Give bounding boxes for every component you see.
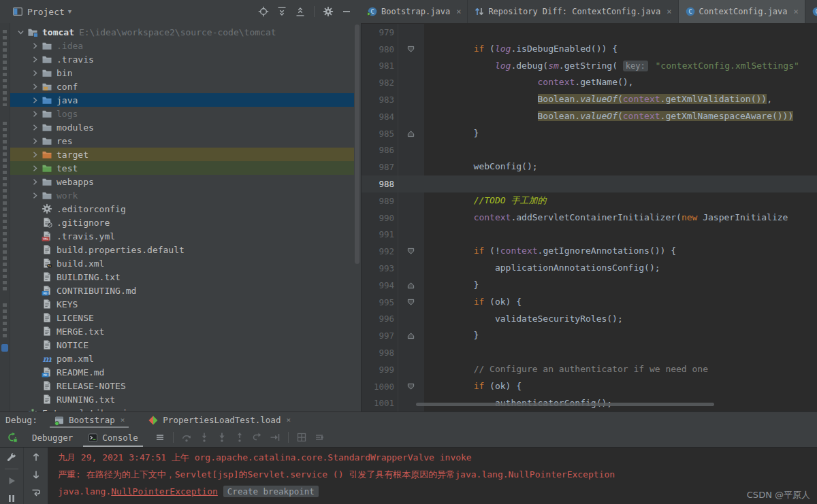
editor-tab-f[interactable]: CF	[805, 0, 817, 23]
tree-item-running-txt[interactable]: RUNNING.txt	[10, 392, 354, 406]
close-tab-icon[interactable]: ×	[121, 416, 125, 424]
force-step-into-icon[interactable]	[216, 431, 228, 443]
tree-item-java[interactable]: java	[10, 93, 354, 107]
line-number[interactable]: 989	[362, 192, 398, 209]
tree-item-building-txt[interactable]: BUILDING.txt	[10, 270, 354, 284]
tree-item-readme-md[interactable]: MDREADME.md	[10, 365, 354, 379]
step-out-icon[interactable]	[234, 431, 246, 443]
code-text[interactable]	[424, 226, 431, 243]
tree-item-tomcat[interactable]: tomcatE:\idea\workspace2\source-code\tom…	[10, 25, 354, 39]
line-number[interactable]: 979	[362, 24, 398, 41]
line-number[interactable]: 981	[362, 58, 398, 75]
pause-icon[interactable]	[5, 492, 18, 504]
code-text[interactable]: Boolean.valueOf(context.getXmlValidation…	[424, 91, 772, 108]
code-text[interactable]: if (!context.getIgnoreAnnotations()) {	[424, 243, 676, 260]
code-text[interactable]: context.getName(),	[424, 74, 633, 91]
close-tab-icon[interactable]: ×	[456, 7, 461, 16]
wrench-icon[interactable]	[5, 451, 18, 463]
chevron-down-icon[interactable]: ▼	[68, 8, 71, 15]
tree-item-notice[interactable]: NOTICE	[10, 338, 354, 352]
chevron-down-icon[interactable]	[14, 28, 27, 37]
chevron-right-icon[interactable]	[29, 191, 42, 200]
fold-close-icon[interactable]	[398, 125, 423, 142]
arrow-down-icon[interactable]	[30, 469, 42, 481]
line-number[interactable]: 986	[362, 142, 398, 159]
console-output[interactable]: 九月 29, 2021 3:47:51 上午 org.apache.catali…	[48, 448, 817, 504]
debug-run-tab-bootstrap[interactable]: Bootstrap×	[48, 412, 130, 428]
tree-item-conf[interactable]: conf	[10, 80, 354, 93]
code-text[interactable]: webConfig();	[424, 158, 538, 175]
tree-item-external-libraries[interactable]: External Libraries	[10, 406, 354, 411]
resume-icon[interactable]	[5, 475, 18, 487]
tree-item-webapps[interactable]: webapps	[10, 175, 354, 188]
chevron-right-icon[interactable]	[29, 123, 42, 132]
line-number[interactable]: 988	[362, 175, 398, 192]
fold-open-icon[interactable]	[398, 243, 423, 260]
rerun-button[interactable]	[6, 431, 18, 443]
arrow-up-icon[interactable]	[30, 451, 42, 463]
code-text[interactable]	[424, 344, 431, 361]
tool-window-stripe[interactable]	[0, 23, 10, 411]
stripe-debug-marker[interactable]	[1, 344, 8, 352]
line-number[interactable]: 983	[362, 91, 398, 108]
editor-tab-bootstrap-java[interactable]: CBootstrap.java×	[361, 0, 468, 23]
tree-item-travis[interactable]: .travis	[10, 52, 354, 66]
chevron-right-icon[interactable]	[29, 96, 42, 105]
tree-item-keys[interactable]: KEYS	[10, 297, 354, 311]
step-over-icon[interactable]	[180, 431, 193, 443]
chevron-right-icon[interactable]	[29, 164, 42, 173]
code-text[interactable]: if (ok) {	[424, 294, 522, 311]
chevron-right-icon[interactable]	[29, 55, 42, 64]
tree-item-logs[interactable]: logs	[10, 107, 354, 120]
line-number[interactable]: 985	[362, 125, 398, 142]
line-number[interactable]: 995	[362, 294, 398, 311]
expand-all-icon[interactable]	[276, 5, 288, 18]
line-number[interactable]: 1000	[362, 378, 398, 395]
drop-frame-icon[interactable]	[251, 431, 263, 443]
tree-item-travis-yml[interactable]: YML.travis.yml	[10, 229, 354, 243]
tree-item-gitignore[interactable]: .gitignore	[10, 216, 354, 229]
line-number[interactable]: 994	[362, 277, 398, 294]
code-text[interactable]	[424, 142, 431, 159]
fold-open-icon[interactable]	[398, 378, 423, 395]
create-breakpoint-hint[interactable]: Create breakpoint	[223, 486, 319, 497]
tool-tab-console[interactable]: Console	[80, 428, 146, 447]
code-text[interactable]: validateSecurityRoles();	[424, 311, 623, 328]
tree-item-bin[interactable]: bin	[10, 66, 354, 80]
close-tab-icon[interactable]: ×	[667, 7, 671, 16]
code-text[interactable]: if (log.isDebugEnabled()) {	[424, 41, 618, 58]
line-number[interactable]: 987	[362, 158, 398, 175]
fold-close-icon[interactable]	[398, 277, 423, 294]
tree-item-build-xml[interactable]: build.xml	[10, 256, 354, 270]
tree-item-contributing-md[interactable]: MDCONTRIBUTING.md	[10, 284, 354, 297]
code-text[interactable]	[424, 175, 431, 192]
code-text[interactable]	[424, 24, 431, 41]
code-text[interactable]: if (ok) {	[424, 378, 522, 395]
close-tab-icon[interactable]: ×	[794, 7, 799, 16]
code-text[interactable]: context.addServletContainerInitializer(n…	[424, 209, 788, 226]
line-number[interactable]: 980	[362, 41, 398, 58]
menu-icon[interactable]	[154, 431, 166, 443]
editor-tab-repository-diff-contextconfig-java[interactable]: Repository Diff: ContextConfig.java×	[468, 0, 678, 23]
line-number[interactable]: 991	[362, 226, 398, 243]
line-number[interactable]: 992	[362, 243, 398, 260]
code-text[interactable]: }	[424, 277, 479, 294]
collapse-all-icon[interactable]	[294, 5, 306, 18]
close-tab-icon[interactable]: ×	[286, 416, 291, 424]
exception-link[interactable]: NullPointerException	[111, 486, 218, 497]
tool-tab-debugger[interactable]: Debugger	[25, 428, 80, 447]
line-number[interactable]: 999	[362, 361, 398, 378]
fold-open-icon[interactable]	[398, 41, 423, 58]
code-text[interactable]: //TODO 手工加的	[424, 192, 546, 209]
tree-item-res[interactable]: res	[10, 134, 354, 148]
tree-item-release-notes[interactable]: RELEASE-NOTES	[10, 379, 354, 392]
chevron-right-icon[interactable]	[29, 110, 42, 118]
code-text[interactable]: // Configure an authenticator if we need…	[424, 361, 708, 378]
code-text[interactable]: }	[424, 125, 479, 142]
fold-open-icon[interactable]	[398, 294, 423, 311]
code-text[interactable]: applicationAnnotationsConfig();	[424, 260, 660, 277]
line-number[interactable]: 990	[362, 209, 398, 226]
debug-run-tab-propertiesloadtest-load[interactable]: PropertiesLoadTest.load×	[142, 412, 296, 428]
fold-close-icon[interactable]	[398, 327, 423, 344]
soft-wrap-icon[interactable]	[30, 486, 42, 499]
